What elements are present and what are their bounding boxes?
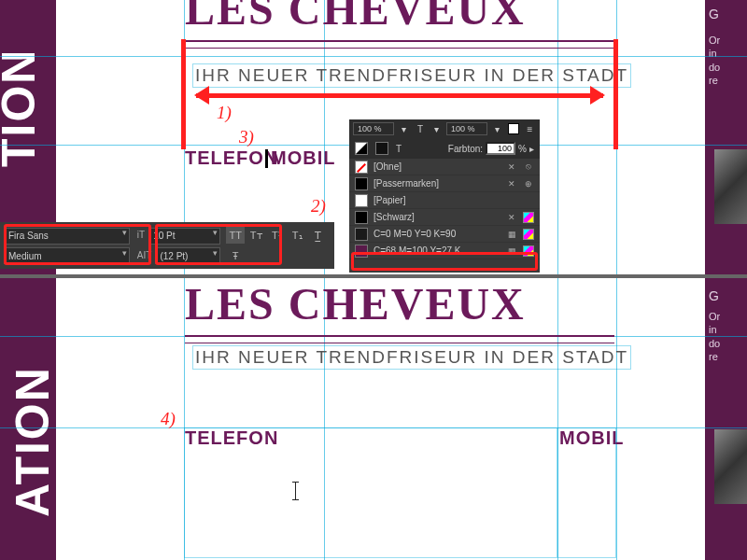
- red-highlight-font: [4, 224, 151, 265]
- type-tool-icon: T: [414, 122, 426, 135]
- swatches-list: [Ohne] ✕ ⦸ [Passermarken] ✕ ⊕ [Papier] […: [349, 159, 540, 259]
- guide-horizontal[interactable]: [0, 56, 747, 57]
- process-icon: ▦: [506, 229, 517, 240]
- chevron-down-icon[interactable]: ▾: [398, 122, 410, 135]
- cant-edit-icon: ✕: [506, 178, 517, 189]
- annotation-2: 2): [311, 196, 326, 217]
- swatch-row[interactable]: [Passermarken] ✕ ⊕: [349, 175, 540, 192]
- annotation-4: 4): [161, 409, 176, 429]
- registration-icon: ⊕: [523, 178, 534, 189]
- swatch-name: [Ohne]: [374, 161, 500, 172]
- right-text-g: G: [705, 0, 747, 28]
- swatch-chip: [355, 228, 368, 241]
- underline-button[interactable]: T̲: [308, 227, 327, 244]
- swatch-row[interactable]: [Papier]: [349, 192, 540, 209]
- annotation-1: 1): [217, 103, 232, 123]
- swatch-row[interactable]: [Schwarz] ✕: [349, 209, 540, 226]
- side-text-bottom: ATION: [6, 284, 60, 517]
- red-bar-left: [181, 39, 186, 149]
- swatch-name: C=0 M=0 Y=0 K=90: [374, 229, 500, 239]
- text-frame-mobile[interactable]: [557, 427, 616, 558]
- swatch-name: [Schwarz]: [374, 212, 500, 222]
- doc-title-bottom[interactable]: LES CHEVEUX: [185, 278, 614, 329]
- annotation-3: 3): [239, 127, 254, 147]
- swatch-row[interactable]: [Ohne] ✕ ⦸: [349, 159, 540, 175]
- swatch-name: [Passermarken]: [374, 178, 500, 189]
- cmyk-icon: [523, 229, 534, 240]
- chevron-down-icon[interactable]: ▾: [491, 122, 503, 135]
- page-bg-right: G Or in do re G Or in do re: [705, 0, 747, 560]
- rule: [185, 48, 614, 49]
- swatch-chip: [355, 161, 368, 174]
- red-arrow: [196, 93, 603, 98]
- swatch-chip: [355, 194, 368, 207]
- label-mobil-top[interactable]: MOBIL: [271, 147, 335, 168]
- cant-edit-icon: ✕: [506, 212, 517, 223]
- swatch-name: [Papier]: [374, 195, 534, 205]
- red-highlight-size: [155, 224, 282, 265]
- indesign-canvas: TION ATION G Or in do re G Or in do re L…: [0, 0, 747, 560]
- swatches-proxy-row: T Farbton: % ▸: [349, 138, 540, 159]
- doc-title-top[interactable]: LES CHEVEUX: [185, 0, 614, 35]
- doc-tagline-bottom[interactable]: IHR NEUER TRENDFRISEUR IN DER STADT: [192, 345, 631, 370]
- cmyk-icon: [523, 212, 534, 223]
- swatch-chip: [355, 177, 368, 190]
- right-image-1: [714, 149, 747, 224]
- panel-menu-icon[interactable]: ≡: [524, 122, 536, 135]
- chevron-right-icon[interactable]: ▸: [529, 144, 534, 154]
- rule: [185, 40, 614, 42]
- swatches-header: ▾ T ▾ ▾ ≡: [349, 119, 540, 138]
- tint-label: Farbton:: [448, 144, 483, 154]
- zoom-field-1[interactable]: [353, 122, 394, 135]
- fill-proxy-icon[interactable]: [507, 122, 519, 135]
- text-caret: [265, 149, 268, 168]
- doc-tagline-top[interactable]: IHR NEUER TRENDFRISEUR IN DER STADT: [192, 63, 631, 88]
- tint-input[interactable]: [486, 142, 515, 155]
- pct-label: %: [518, 144, 527, 154]
- type-proxy-icon[interactable]: T: [396, 144, 402, 154]
- side-text-top: TION: [0, 0, 46, 167]
- fill-stroke-proxy[interactable]: [355, 142, 368, 155]
- cant-edit-icon: ✕: [506, 161, 517, 173]
- chevron-down-icon[interactable]: ▾: [430, 122, 443, 135]
- page-bg-left: TION ATION: [0, 0, 56, 560]
- none-icon: ⦸: [523, 161, 534, 173]
- subscript-button[interactable]: T₁: [288, 227, 306, 244]
- zoom-field-2[interactable]: [446, 122, 487, 135]
- red-bar-right: [613, 39, 618, 149]
- red-highlight-swatch: [351, 252, 538, 271]
- right-text-1: Or in do re: [705, 28, 747, 92]
- rule: [185, 343, 614, 343]
- swatches-panel: ▾ T ▾ ▾ ≡ T Farbton: % ▸ [Ohne]: [349, 119, 540, 273]
- text-frame-phone[interactable]: [184, 427, 557, 558]
- formatting-container-icon[interactable]: [375, 142, 388, 155]
- swatch-row[interactable]: C=0 M=0 Y=0 K=90 ▦: [349, 226, 540, 243]
- swatch-chip: [355, 211, 368, 224]
- right-image-2: [714, 429, 747, 504]
- rule: [185, 335, 614, 337]
